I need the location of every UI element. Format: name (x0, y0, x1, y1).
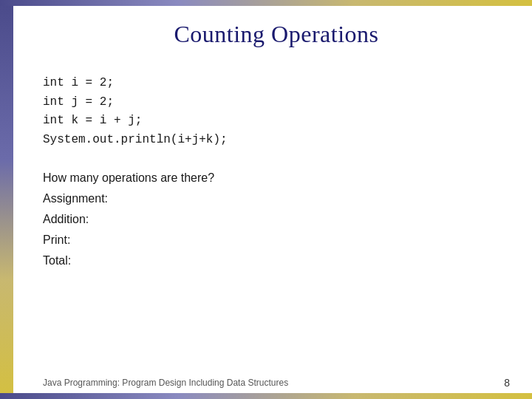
question-assignment: Assignment: (43, 188, 510, 209)
top-decorative-bar (0, 0, 532, 6)
footer-title: Java Programming: Program Design Includi… (43, 378, 504, 388)
slide-title: Counting Operations (43, 21, 510, 48)
question-addition: Addition: (43, 209, 510, 230)
footer-page-number: 8 (504, 377, 510, 389)
left-decorative-bar (0, 0, 13, 399)
question-total: Total: (43, 250, 510, 271)
questions-header: How many operations are there? (43, 168, 510, 188)
code-line-2: int j = 2; (43, 93, 510, 112)
code-line-3: int k = i + j; (43, 112, 510, 131)
code-line-4: System.out.println(i+j+k); (43, 131, 510, 150)
questions-section: How many operations are there? Assignmen… (43, 168, 510, 271)
bottom-decorative-bar (0, 393, 532, 399)
code-block: int i = 2; int j = 2; int k = i + j; Sys… (43, 74, 510, 149)
question-print: Print: (43, 230, 510, 250)
code-line-1: int i = 2; (43, 74, 510, 93)
slide-footer: Java Programming: Program Design Includi… (21, 377, 532, 389)
slide-content: Counting Operations int i = 2; int j = 2… (21, 6, 532, 393)
